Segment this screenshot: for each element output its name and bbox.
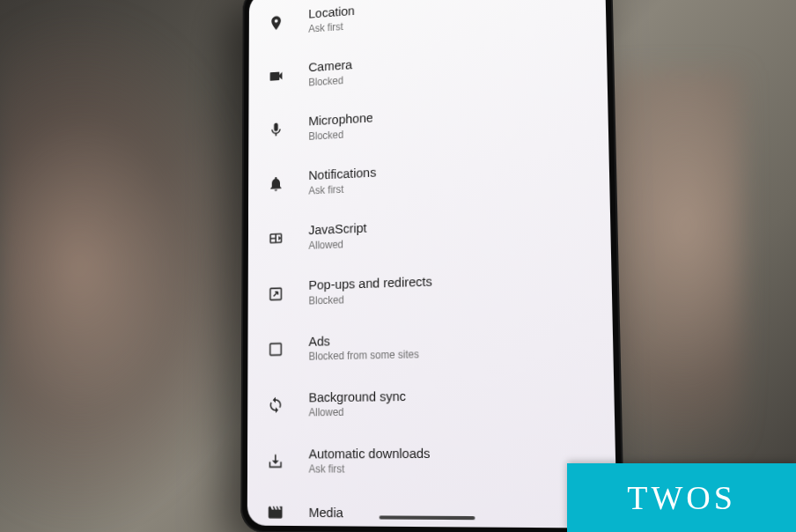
setting-subtitle: Ask first: [309, 462, 594, 477]
setting-text: Pop-ups and redirects Blocked: [308, 268, 590, 308]
popup-icon: [266, 283, 285, 304]
setting-title: Automatic downloads: [309, 443, 594, 462]
javascript-icon: [266, 228, 285, 249]
media-icon: [265, 501, 285, 522]
setting-text: Media: [309, 503, 595, 523]
setting-popups[interactable]: Pop-ups and redirects Blocked: [248, 255, 613, 321]
ads-icon: [266, 338, 285, 359]
setting-text: Background sync Allowed: [309, 384, 593, 420]
setting-ads[interactable]: Ads Blocked from some sites: [247, 313, 614, 377]
setting-background-sync[interactable]: Background sync Allowed: [247, 372, 615, 433]
svg-rect-2: [270, 344, 281, 355]
setting-media[interactable]: Media: [247, 489, 617, 528]
setting-subtitle: Allowed: [309, 403, 593, 420]
setting-text: Ads Blocked from some sites: [309, 326, 592, 364]
setting-text: Automatic downloads Ask first: [309, 443, 594, 477]
setting-text: Camera Blocked: [308, 41, 586, 89]
download-icon: [266, 450, 286, 471]
setting-text: Microphone Blocked: [308, 97, 586, 144]
location-pin-icon: [267, 12, 286, 33]
bell-icon: [266, 174, 285, 195]
setting-automatic-downloads[interactable]: Automatic downloads Ask first: [247, 431, 616, 491]
sync-icon: [266, 394, 286, 415]
watermark-badge: TWOS: [567, 463, 796, 532]
microphone-icon: [266, 120, 285, 141]
watermark-text: TWOS: [627, 478, 736, 517]
phone-screen: Location Ask first Camera Blocked: [247, 0, 617, 528]
setting-title: Background sync: [309, 384, 593, 405]
setting-text: Notifications Ask first: [308, 153, 587, 197]
camera-icon: [267, 66, 286, 87]
photo-background: Location Ask first Camera Blocked: [0, 0, 796, 532]
phone-frame: Location Ask first Camera Blocked: [240, 0, 624, 532]
hand-silhouette-left: [0, 0, 264, 532]
gesture-nav-pill[interactable]: [380, 515, 475, 520]
site-settings-list: Location Ask first Camera Blocked: [247, 0, 617, 528]
setting-text: Location Ask first: [308, 0, 585, 36]
setting-text: JavaScript Allowed: [308, 211, 589, 253]
